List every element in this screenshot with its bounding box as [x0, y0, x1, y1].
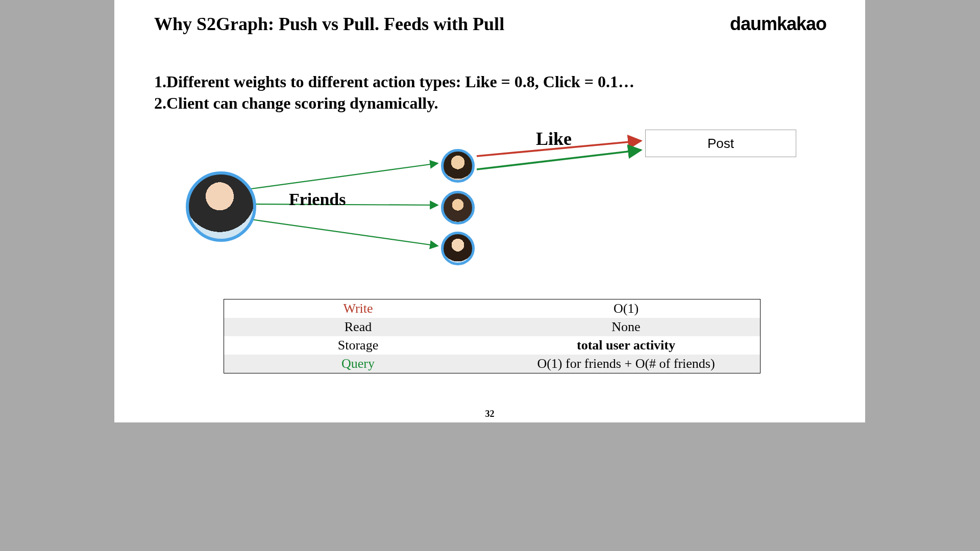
avatar-friend-2 [441, 191, 475, 224]
page-number: 32 [485, 409, 495, 419]
table-label: Storage [224, 336, 492, 355]
table-row: Read None [224, 318, 760, 336]
table-row: Query O(1) for friends + O(# of friends) [224, 355, 760, 373]
brand-logo: daumkakao [730, 13, 826, 35]
diagram: Friends Like Post [145, 120, 824, 273]
table-row: Write O(1) [224, 299, 760, 318]
bullet-1: 1.Different weights to different action … [154, 71, 634, 93]
friends-label: Friends [289, 190, 346, 209]
like-label: Like [536, 128, 572, 149]
table-value: None [492, 318, 760, 336]
bullet-2: 2.Client can change scoring dynamically. [154, 93, 634, 114]
avatar-main-user [186, 171, 256, 242]
table-label: Write [224, 299, 492, 318]
bullet-list: 1.Different weights to different action … [154, 71, 634, 114]
avatar-friend-1 [441, 149, 475, 183]
table-label: Read [224, 318, 492, 336]
table-label: Query [224, 355, 492, 373]
svg-line-2 [251, 219, 438, 246]
slide: Why S2Graph: Push vs Pull. Feeds with Pu… [114, 0, 865, 422]
svg-line-0 [251, 163, 438, 189]
post-box: Post [645, 130, 796, 157]
table-row: Storage total user activity [224, 336, 760, 355]
table-value: total user activity [492, 336, 760, 355]
table-value: O(1) [492, 299, 760, 318]
complexity-table: Write O(1) Read None Storage total user … [224, 299, 761, 373]
avatar-friend-3 [441, 232, 475, 265]
slide-title: Why S2Graph: Push vs Pull. Feeds with Pu… [154, 13, 504, 35]
table-value: O(1) for friends + O(# of friends) [492, 355, 760, 373]
